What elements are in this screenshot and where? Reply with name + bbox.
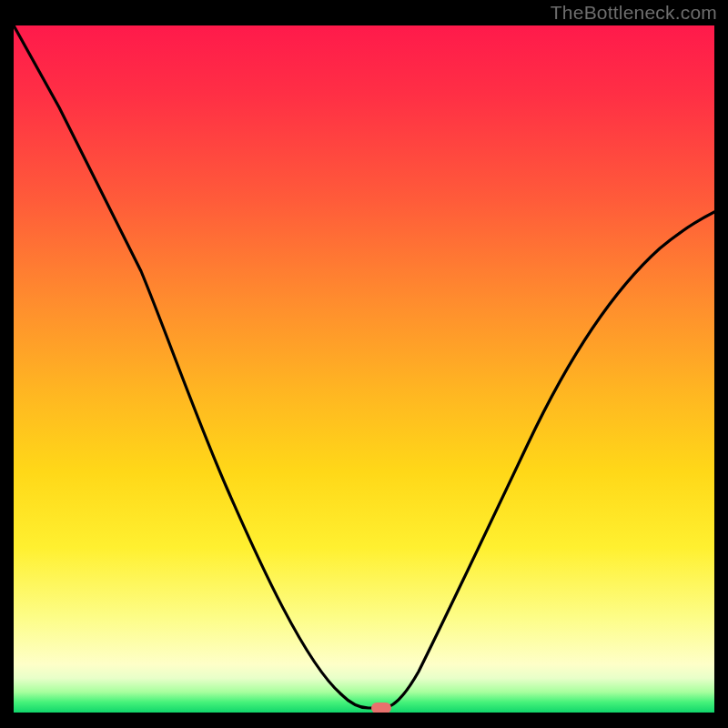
bottleneck-curve [14, 25, 714, 713]
optimum-marker [371, 703, 391, 713]
curve-path [14, 25, 714, 708]
watermark-text: TheBottleneck.com [551, 2, 717, 24]
chart-frame: TheBottleneck.com [0, 0, 728, 728]
plot-area [14, 25, 714, 713]
